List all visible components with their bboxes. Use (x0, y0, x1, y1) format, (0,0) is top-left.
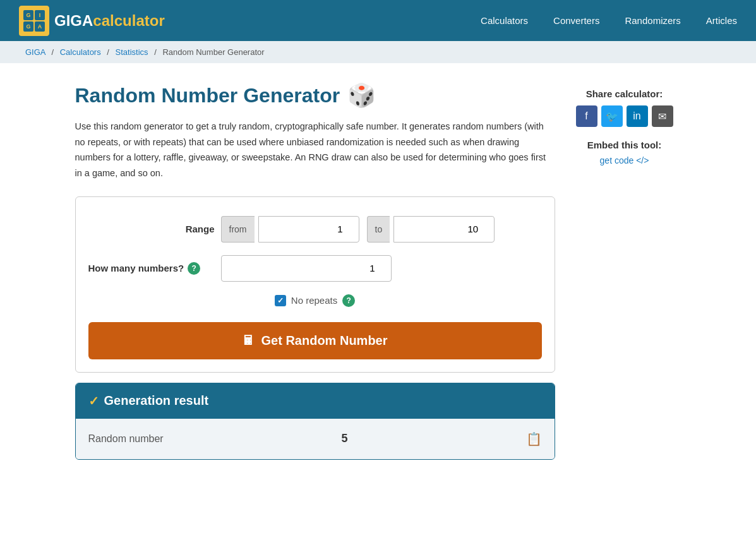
no-repeats-help-icon[interactable]: ? (342, 294, 355, 307)
breadcrumb: GIGA / Calculators / Statistics / Random… (0, 41, 756, 63)
breadcrumb-sep-3: / (154, 47, 157, 57)
how-many-help-icon[interactable]: ? (188, 262, 200, 275)
from-prefix: from (221, 216, 255, 243)
logo-giga-text: GIGA (54, 12, 93, 30)
page-title: Random Number Generator 🎲 (75, 82, 555, 109)
breadcrumb-sep-1: / (51, 47, 54, 57)
breadcrumb-current: Random Number Generator (162, 47, 264, 57)
logo-calc-text: calculator (93, 12, 164, 30)
how-many-row: How many numbers? ? (88, 255, 542, 282)
nav-converters[interactable]: Converters (553, 15, 599, 26)
embed-link-text: get code </> (600, 155, 649, 165)
share-linkedin[interactable]: in (627, 105, 648, 127)
generate-button-label: Get Random Number (261, 333, 387, 348)
range-row: Range from to (88, 216, 542, 243)
no-repeats-checkbox[interactable] (275, 295, 286, 306)
no-repeats-label: No repeats (291, 295, 337, 306)
nav-calculators[interactable]: Calculators (481, 15, 528, 26)
calculator-icon: 🖩 (242, 333, 255, 348)
page-description: Use this random generator to get a truly… (75, 119, 555, 181)
main-nav: Calculators Converters Randomizers Artic… (481, 15, 737, 26)
breadcrumb-sep-2: / (107, 47, 109, 57)
main-content: Random Number Generator 🎲 Use this rando… (63, 63, 694, 479)
result-box: ✓ Generation result Random number 5 📋 (75, 383, 555, 460)
to-prefix: to (367, 216, 390, 243)
checkmark-icon: ✓ (88, 393, 99, 409)
nav-articles[interactable]: Articles (706, 15, 737, 26)
embed-link[interactable]: get code </> (568, 155, 681, 165)
copy-icon[interactable]: 📋 (526, 431, 542, 447)
range-label: Range (88, 224, 215, 234)
breadcrumb-giga[interactable]: GIGA (25, 47, 45, 57)
share-icons: f 🐦 in ✉ (568, 105, 681, 127)
breadcrumb-statistics[interactable]: Statistics (116, 47, 148, 57)
share-facebook[interactable]: f (576, 105, 597, 127)
sidebar: Share calculator: f 🐦 in ✉ Embed this to… (568, 82, 681, 460)
content-area: Random Number Generator 🎲 Use this rando… (75, 82, 555, 460)
share-email[interactable]: ✉ (652, 105, 673, 127)
share-label: Share calculator: (568, 88, 681, 99)
generate-button[interactable]: 🖩 Get Random Number (88, 322, 542, 359)
how-many-text: How many numbers? (88, 263, 184, 273)
result-value: 5 (342, 432, 348, 445)
result-header-text: Generation result (104, 393, 209, 408)
dice-icon: 🎲 (347, 82, 376, 109)
result-body: Random number 5 📋 (76, 419, 555, 459)
breadcrumb-calculators[interactable]: Calculators (60, 47, 101, 57)
logo-box: G I G A (19, 6, 49, 36)
how-many-input[interactable] (221, 255, 392, 282)
how-many-label-cell: How many numbers? ? (88, 262, 215, 275)
from-input[interactable] (258, 216, 359, 243)
range-inputs: from to (221, 216, 495, 243)
embed-label: Embed this tool: (568, 140, 681, 150)
site-header: G I G A GIGA calculator Calculators Conv… (0, 0, 756, 41)
logo-link[interactable]: G I G A GIGA calculator (19, 6, 165, 36)
nav-randomizers[interactable]: Randomizers (625, 15, 680, 26)
to-input[interactable] (393, 216, 495, 243)
result-label: Random number (88, 433, 164, 445)
share-twitter[interactable]: 🐦 (601, 105, 623, 127)
calculator-box: Range from to How many numbers? ? (75, 196, 555, 373)
no-repeats-row: No repeats ? (88, 294, 542, 307)
result-header: ✓ Generation result (76, 383, 555, 419)
